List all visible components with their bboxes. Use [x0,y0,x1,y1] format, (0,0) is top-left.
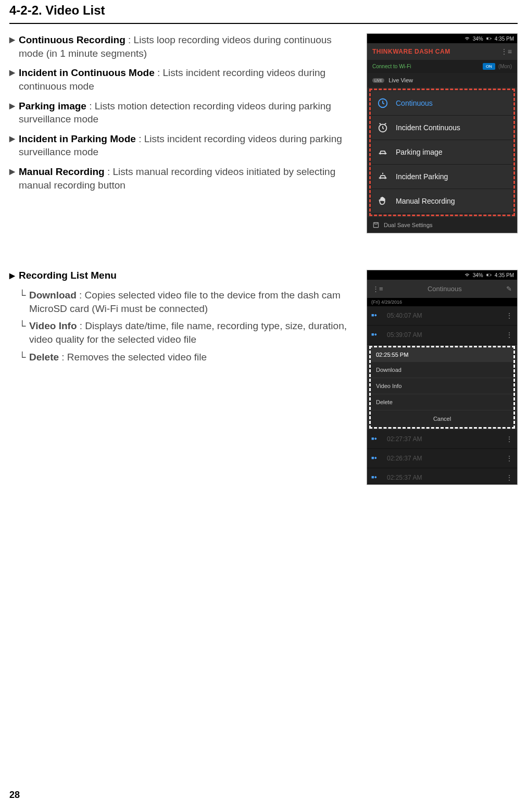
car-alert-icon [377,171,388,182]
clock-icon [377,97,388,109]
svg-rect-2 [491,38,491,39]
video-row[interactable]: ■● 02:26:37 AM ⋮ [367,449,517,468]
car-icon [377,146,388,158]
more-icon[interactable]: ⋮ [506,435,513,443]
wifi-toggle[interactable]: ON [483,63,495,70]
sub-item-desc: : Displays date/time, file name, recordi… [29,320,347,345]
wifi-row: Connect to Wi-Fi ON (Mon) [367,60,517,73]
menu-parking-image[interactable]: Parking image [372,140,512,165]
alarm-icon [377,122,388,133]
list-item: ▶ Incident in Continuous Mode : Lists in… [9,66,357,93]
status-bar: 34% 4:35 PM [367,270,517,280]
dual-save-row[interactable]: Dual Save Settings [367,217,517,233]
date-row: (Fri) 4/29/2016 [367,298,517,306]
menu-list: Continuous Incident Continuous Parking i… [372,91,512,214]
svg-rect-5 [373,222,378,227]
popup-highlight-box: 02:25:55 PM Download Video Info Delete C… [369,346,515,429]
popup-title: 02:25:55 PM [371,347,513,362]
app-header: THINKWARE DASH CAM ⋮≡ [367,43,517,60]
sub-item-label: Download [29,290,77,301]
video-row[interactable]: ■● 05:40:07 AM ⋮ [367,306,517,326]
menu-label: Manual Recording [396,197,455,205]
triangle-icon: ▶ [9,270,19,281]
video-time: 05:39:07 AM [387,331,422,339]
wifi-icon [465,272,470,278]
more-icon[interactable]: ⋮ [506,311,513,320]
live-view-row[interactable]: LIVE Live View [367,73,517,88]
wifi-label: Connect to Wi-Fi [372,64,411,69]
section-video-list: ▶ Continuous Recording : Lists loop reco… [9,33,518,233]
section-title: 4-2-2. Video List [9,0,518,24]
menu-label: Continuous [396,99,433,107]
save-icon [372,221,380,229]
video-time: 05:40:07 AM [387,312,422,319]
popup-download[interactable]: Download [371,362,513,378]
corner-marker-icon: └ [19,351,29,364]
back-icon[interactable]: ⋮≡ [372,285,383,293]
screenshot-column: 34% 4:35 PM ⋮≡ Continuous ✎ (Fri) 4/29/2… [367,270,518,485]
hand-icon [377,195,388,207]
triangle-icon: ▶ [9,165,19,192]
status-time: 4:35 PM [495,36,514,42]
text-column: ▶ Continuous Recording : Lists loop reco… [9,33,357,233]
battery-text: 34% [473,272,483,278]
menu-incident-continuous[interactable]: Incident Continuous [372,116,512,140]
camera-icon: ■● [371,455,382,461]
camera-icon: ■● [371,436,382,442]
video-time: 02:27:37 AM [387,435,422,443]
menu-incident-parking[interactable]: Incident Parking [372,165,512,189]
list-item: ▶ Incident in Parking Mode : Lists incid… [9,132,357,159]
camera-icon: ■● [371,332,382,338]
list-item: ▶ Manual Recording : Lists manual record… [9,165,357,192]
edit-icon[interactable]: ✎ [506,285,512,293]
popup-delete[interactable]: Delete [371,394,513,410]
menu-manual-recording[interactable]: Manual Recording [372,189,512,214]
svg-rect-7 [487,274,488,276]
triangle-icon: ▶ [9,66,19,93]
menu-label: Incident Continuous [396,123,460,132]
popup-video-info[interactable]: Video Info [371,378,513,394]
dual-label: Dual Save Settings [384,222,433,228]
status-time: 4:35 PM [495,272,514,278]
item-label: Parking image [19,101,86,111]
triangle-icon: ▶ [9,33,19,60]
list-item: ▶ Parking image : Lists motion detection… [9,99,357,126]
video-row[interactable]: ■● 02:27:37 AM ⋮ [367,430,517,449]
more-icon[interactable]: ⋮ [506,454,513,463]
item-label: Manual Recording [19,166,105,177]
menu-label: Parking image [396,148,443,156]
triangle-icon: ▶ [9,132,19,159]
list-item: ▶ Continuous Recording : Lists loop reco… [9,33,357,60]
sub-list-item: └ Delete : Removes the selected video fi… [19,351,357,364]
video-time: 02:26:37 AM [387,455,422,462]
section-recording-menu: ▶ Recording List Menu └ Download : Copie… [9,270,518,485]
phone-screenshot-video-list: 34% 4:35 PM THINKWARE DASH CAM ⋮≡ Connec… [367,33,518,233]
menu-label: Incident Parking [396,172,448,181]
battery-text: 34% [473,36,483,42]
text-column: ▶ Recording List Menu └ Download : Copie… [9,270,357,485]
list-header: ⋮≡ Continuous ✎ [367,280,517,298]
sub-item-label: Delete [29,352,59,363]
status-bar: 34% 4:35 PM [367,34,517,43]
menu-continuous[interactable]: Continuous [372,91,512,116]
screenshot-column: 34% 4:35 PM THINKWARE DASH CAM ⋮≡ Connec… [367,33,518,233]
sub-item-label: Video Info [29,320,77,331]
highlight-box: Continuous Incident Continuous Parking i… [369,89,515,216]
video-row[interactable]: ■● 02:25:37 AM ⋮ [367,468,517,484]
item-label: Incident in Continuous Mode [19,67,155,78]
sub-item-desc: : Removes the selected video file [59,352,207,363]
wifi-icon [465,36,470,41]
triangle-icon: ▶ [9,99,19,126]
menu-icon[interactable]: ⋮≡ [500,47,512,56]
popup-cancel[interactable]: Cancel [371,410,513,427]
sub-list-item: └ Video Info : Displays date/time, file … [19,319,357,346]
camera-icon: ■● [371,474,382,481]
header-title: Continuous [428,285,462,293]
svg-rect-1 [487,38,488,39]
more-icon[interactable]: ⋮ [506,473,513,482]
item-label: Incident in Parking Mode [19,133,136,144]
video-row[interactable]: ■● 05:39:07 AM ⋮ [367,326,517,345]
item-label: Continuous Recording [19,34,126,45]
phone-screenshot-recording-menu: 34% 4:35 PM ⋮≡ Continuous ✎ (Fri) 4/29/2… [367,270,518,485]
more-icon[interactable]: ⋮ [506,331,513,339]
